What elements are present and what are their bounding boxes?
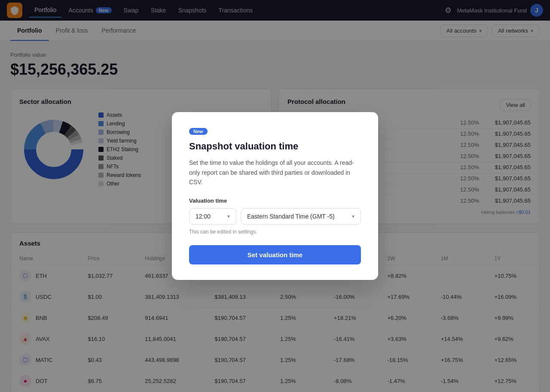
valuation-time-label: Valuation time xyxy=(189,198,361,204)
snapshot-modal: New Snapshot valuation time Set the time… xyxy=(172,112,378,280)
modal-badge: New xyxy=(189,128,208,135)
modal-description: Set the time to value the holdings of al… xyxy=(189,158,361,187)
modal-title: Snapshot valuation time xyxy=(189,141,361,152)
chevron-down-icon: ▾ xyxy=(352,213,354,219)
modal-inputs: 12:00 ▾ Eastern Standard Time (GMT -5) ▾ xyxy=(189,208,361,225)
time-select[interactable]: 12:00 ▾ xyxy=(189,208,236,225)
set-valuation-button[interactable]: Set valuation time xyxy=(189,245,361,264)
modal-overlay[interactable]: New Snapshot valuation time Set the time… xyxy=(0,0,550,392)
chevron-down-icon: ▾ xyxy=(227,213,230,219)
timezone-select[interactable]: Eastern Standard Time (GMT -5) ▾ xyxy=(241,208,361,225)
modal-hint: This can be edited in settings. xyxy=(189,229,361,235)
